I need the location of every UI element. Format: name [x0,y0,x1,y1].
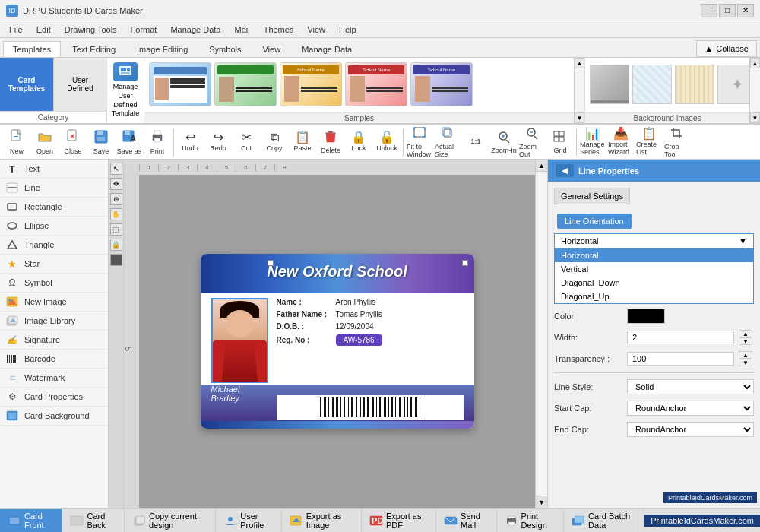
tool-hand-button[interactable]: ✋ [110,208,122,220]
card-templates-button[interactable]: CardTemplates [0,58,53,111]
transparency-up[interactable]: ▲ [739,351,752,359]
samples-scrollbar[interactable]: ▲ ▼ [574,58,584,123]
manage-series-button[interactable]: 📊 Manage Series [579,127,606,157]
sidebar-item-text[interactable]: T Text [0,160,108,179]
zoom-in-button[interactable]: Zoom-In [490,127,518,157]
create-list-button[interactable]: 📋 Create List [635,127,663,157]
print-button[interactable]: Print [144,127,171,157]
sidebar-item-card-properties[interactable]: ⚙ Card Properties [0,388,108,407]
sidebar-item-new-image[interactable]: New Image [0,293,108,312]
sidebar-item-signature[interactable]: ✍ Signature [0,331,108,350]
new-button[interactable]: New [3,127,30,157]
collapse-button[interactable]: ▲ Collapse [696,40,757,57]
sample-card-5[interactable]: School Name [410,62,473,106]
tab-view[interactable]: View [252,41,290,57]
fit-window-button[interactable]: Fit to Window [406,127,433,157]
save-button[interactable]: Save [87,127,115,157]
width-down[interactable]: ▼ [739,337,752,345]
tab-text-editing[interactable]: Text Editing [62,41,125,57]
lock-button[interactable]: 🔒 Lock [345,127,372,157]
color-swatch[interactable] [627,309,665,324]
sample-card-3[interactable]: School Name [280,62,342,106]
end-cap-select[interactable]: RoundAnchor Flat Round Square DiamondAnc… [627,422,754,437]
tool-zoom-button[interactable]: ⊕ [110,193,122,205]
menu-view[interactable]: View [301,24,331,36]
save-as-button[interactable]: A Save as [116,127,143,157]
back-button[interactable]: ◀ [556,164,574,177]
zoom-1-1-button[interactable]: 1:1 [462,127,489,157]
line-style-select[interactable]: Solid Dashed Dotted [627,379,754,394]
width-input[interactable] [627,331,734,344]
undo-button[interactable]: ↩ Undo [176,127,204,157]
menu-edit[interactable]: Edit [30,24,57,36]
sidebar-item-line[interactable]: Line [0,179,108,198]
tab-image-editing[interactable]: Image Editing [127,41,198,57]
crop-tool-button[interactable]: Crop Tool [663,127,691,157]
sidebar-item-star[interactable]: ★ Star [0,255,108,274]
sidebar-item-symbol[interactable]: Ω Symbol [0,274,108,293]
tool-arrow-button[interactable]: ↖ [110,163,122,175]
copy-design-button[interactable]: Copy current design [125,509,216,532]
sidebar-item-barcode[interactable]: Barcode [0,350,108,369]
restore-button[interactable]: □ [719,4,736,17]
bg-thumb-1[interactable] [590,65,629,104]
menu-file[interactable]: File [3,24,29,36]
cut-button[interactable]: ✂ Cut [233,127,260,157]
paste-button[interactable]: 📋 Paste [289,127,316,157]
close-toolbar-button[interactable]: Close [59,127,87,157]
menu-mail[interactable]: Mail [228,24,255,36]
general-settings-tab[interactable]: General Settings [554,188,630,204]
canvas-scroll-down[interactable]: ▼ [536,496,547,508]
tool-select-button[interactable]: ⬚ [110,223,122,236]
delete-button[interactable]: Delete [317,127,344,157]
tab-manage-data[interactable]: Manage Data [292,41,362,57]
orientation-button[interactable]: Line Orientation [557,214,632,229]
transparency-down[interactable]: ▼ [739,359,752,366]
manage-template-button[interactable]: Manage User Defined Template [106,58,144,123]
copy-button[interactable]: ⧉ Copy [261,127,288,157]
user-defined-button[interactable]: UserDefined [53,58,106,111]
card-front-button[interactable]: Card Front [0,509,62,532]
sidebar-item-image-library[interactable]: Image Library [0,312,108,331]
sample-card-4[interactable]: School Name [345,62,407,106]
sample-card-2[interactable] [214,62,277,106]
zoom-out-button[interactable]: Zoom-Out [518,127,546,157]
menu-help[interactable]: Help [333,24,363,36]
samples-scroll-up[interactable]: ▲ [575,58,584,68]
canvas-vscrollbar[interactable]: ▲ ▼ [535,160,547,508]
export-image-button[interactable]: Export as Image [282,509,362,532]
canvas-scroll-up[interactable]: ▲ [536,160,547,172]
option-diagonal-up[interactable]: Diagonal_Up [555,290,753,303]
bg-scroll-up[interactable]: ▲ [750,58,760,68]
samples-scroll-down[interactable]: ▼ [575,112,584,123]
bg-scroll-down[interactable]: ▼ [750,112,760,123]
grid-button[interactable]: Grid [546,127,574,157]
bg-thumb-3[interactable] [675,65,714,104]
bg-thumb-2[interactable] [632,65,672,104]
width-up[interactable]: ▲ [739,330,752,337]
sidebar-item-rectangle[interactable]: Rectangle [0,198,108,217]
orientation-dropdown-selected[interactable]: Horizontal ▼ [554,233,754,249]
menu-format[interactable]: Format [125,24,163,36]
tab-symbols[interactable]: Symbols [199,41,251,57]
menu-themes[interactable]: Themes [258,24,300,36]
redo-button[interactable]: ↪ Redo [204,127,232,157]
open-button[interactable]: Open [31,127,59,157]
transparency-input[interactable] [627,352,734,366]
send-mail-button[interactable]: Send Mail [436,509,496,532]
close-button[interactable]: ✕ [737,4,754,17]
sample-card-1[interactable] [149,62,211,106]
sidebar-item-watermark[interactable]: ≋ Watermark [0,369,108,388]
tool-lock-small-button[interactable]: 🔒 [110,239,122,251]
tab-templates[interactable]: Templates [3,41,61,57]
unlock-button[interactable]: 🔓 Unlock [373,127,401,157]
option-diagonal-down[interactable]: Diagonal_Down [555,276,753,290]
minimize-button[interactable]: — [701,4,717,17]
user-profile-button[interactable]: User Profile [216,509,282,532]
actual-size-button[interactable]: Actual Size [434,127,461,157]
tool-color-button[interactable] [110,254,122,266]
menu-manage-data[interactable]: Manage Data [164,24,226,36]
sidebar-item-ellipse[interactable]: Ellipse [0,217,108,236]
menu-drawing-tools[interactable]: Drawing Tools [59,24,123,36]
card-batch-button[interactable]: Card Batch Data [564,509,644,532]
